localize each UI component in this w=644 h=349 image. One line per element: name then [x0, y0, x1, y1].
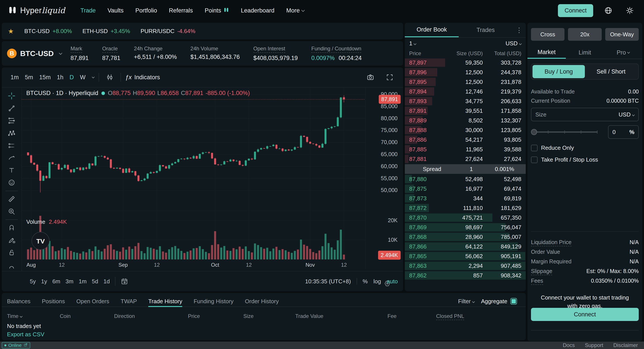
order-tab-pro[interactable]: Pro: [604, 46, 642, 59]
size-input[interactable]: Size USD: [531, 108, 639, 121]
side-sell-short[interactable]: Sell / Short: [585, 65, 637, 78]
fib-retracement-icon[interactable]: [5, 115, 18, 127]
brush-icon[interactable]: [5, 152, 18, 164]
scale-%[interactable]: %: [363, 278, 368, 285]
aggregate-checkbox[interactable]: [510, 298, 517, 305]
price-chart[interactable]: TVAug12Sep12Oct12Nov12: [22, 88, 365, 269]
tab-balances[interactable]: Balances: [7, 296, 30, 307]
mode-button-one-way[interactable]: One-Way: [605, 28, 639, 41]
connect-button[interactable]: Connect: [558, 4, 593, 17]
order-book-row[interactable]: 87,862857908,342: [405, 271, 526, 280]
order-book-row[interactable]: 87,8898,502132,307: [405, 116, 526, 125]
favorites-star-icon[interactable]: ★: [8, 27, 14, 35]
online-status-badge[interactable]: Online: [2, 342, 30, 349]
size-unit-selector[interactable]: USD: [618, 111, 634, 118]
range-1m[interactable]: 1m: [76, 277, 89, 286]
tab-twap[interactable]: TWAP: [121, 296, 137, 307]
order-book-row[interactable]: 87,87516,97769,474: [405, 184, 526, 194]
checkbox-box[interactable]: [531, 157, 538, 163]
xabcd-pattern-icon[interactable]: [5, 127, 18, 139]
order-book-row[interactable]: 87,872111,810181,629: [405, 203, 526, 213]
nav-item-points[interactable]: Points: [205, 7, 229, 14]
mode-button-cross[interactable]: Cross: [531, 28, 564, 41]
tab-funding-history[interactable]: Funding History: [194, 296, 234, 307]
order-book-row[interactable]: 87,86664,122849,129: [405, 242, 526, 251]
order-book-row[interactable]: 87,88511,96539,588: [405, 144, 526, 154]
slider-thumb[interactable]: [531, 129, 537, 135]
size-percent-input[interactable]: 0 %: [608, 125, 639, 139]
order-book-row[interactable]: 87,86828,960785,007: [405, 232, 526, 242]
tab-positions[interactable]: Positions: [42, 296, 65, 307]
brand[interactable]: Hyperliquid: [8, 5, 65, 15]
unlock-icon[interactable]: [5, 247, 18, 259]
crosshair-icon[interactable]: [5, 90, 18, 102]
tab-open-orders[interactable]: Open Orders: [76, 296, 109, 307]
forecast-icon[interactable]: [5, 139, 18, 151]
range-6m[interactable]: 6m: [50, 277, 63, 286]
range-1y[interactable]: 1y: [38, 277, 50, 286]
ticker-item[interactable]: ETH-USD+3.45%: [82, 28, 130, 34]
settings-gear-icon[interactable]: [624, 4, 636, 17]
magnet-icon[interactable]: [5, 222, 18, 234]
size-slider[interactable]: [532, 131, 598, 133]
nav-item-trade[interactable]: Trade: [80, 7, 96, 14]
order-tab-market[interactable]: Market: [528, 46, 566, 59]
trendline-icon[interactable]: [5, 102, 18, 114]
zoom-in-icon[interactable]: [5, 205, 18, 217]
nav-item-more[interactable]: More: [286, 7, 304, 14]
emoji-icon[interactable]: [5, 177, 18, 189]
footer-link-support[interactable]: Support: [585, 342, 603, 348]
order-book-row[interactable]: 87,88052,49852,498: [405, 174, 526, 184]
checkbox-take-profit-stop-loss[interactable]: Take Profit / Stop Loss: [531, 156, 598, 163]
timeframe-d[interactable]: D: [66, 72, 77, 82]
checkbox-reduce-only[interactable]: Reduce Only: [531, 144, 574, 151]
tab-trade-history[interactable]: Trade History: [148, 296, 182, 307]
order-book-row[interactable]: 87,89512,500231,878: [405, 77, 526, 87]
nav-item-referrals[interactable]: Referrals: [169, 7, 193, 14]
mode-button-20x[interactable]: 20x: [568, 28, 602, 41]
timeframe-w[interactable]: W: [77, 72, 88, 82]
checkbox-box[interactable]: [531, 145, 538, 151]
text-icon[interactable]: [5, 164, 18, 176]
tick-size-selector[interactable]: 1: [409, 40, 416, 47]
ruler-icon[interactable]: [5, 193, 18, 205]
order-book-row[interactable]: 87,88654,21793,805: [405, 135, 526, 144]
nav-item-portfolio[interactable]: Portfolio: [135, 7, 157, 14]
timeframe-1m[interactable]: 1m: [8, 72, 22, 82]
order-tab-limit[interactable]: Limit: [566, 46, 604, 59]
column-header-time[interactable]: Time: [7, 313, 22, 319]
order-book-row[interactable]: 87,87334469,819: [405, 194, 526, 203]
tab-trades[interactable]: Trades: [459, 23, 512, 37]
drawing-pencil-icon[interactable]: [5, 234, 18, 246]
range-5d[interactable]: 5d: [89, 277, 101, 286]
unit-selector[interactable]: USD: [506, 40, 521, 47]
order-book-menu-icon[interactable]: ⋮: [512, 26, 526, 34]
nav-item-leaderboard[interactable]: Leaderboard: [241, 7, 274, 14]
order-book-row[interactable]: 87,86556,062905,191: [405, 251, 526, 261]
timeframe-chevron-icon[interactable]: [92, 75, 95, 78]
range-1d[interactable]: 1d: [101, 277, 112, 286]
order-book-row[interactable]: 87,89412,746219,379: [405, 87, 526, 96]
fullscreen-icon[interactable]: [383, 71, 396, 84]
go-to-date-calendar-icon[interactable]: [118, 275, 131, 288]
pair-selector[interactable]: B BTC-USD: [7, 49, 70, 58]
order-book-row[interactable]: 87,86998,697756,047: [405, 222, 526, 232]
scale-auto[interactable]: auto: [386, 278, 398, 285]
order-book-row[interactable]: 87,89759,350303,728: [405, 58, 526, 67]
order-book-row[interactable]: 87,89334,775206,633: [405, 96, 526, 106]
tab-order-history[interactable]: Order History: [245, 296, 279, 307]
scale-log[interactable]: log: [374, 278, 381, 285]
tab-order-book[interactable]: Order Book: [405, 23, 459, 37]
footer-link-disclaimer[interactable]: Disclaimer: [613, 342, 638, 348]
order-book-row[interactable]: 87,88830,000123,805: [405, 125, 526, 135]
price-axis[interactable]: 90,00085,00080,00075,00070,00065,00060,0…: [365, 88, 403, 269]
order-book-row[interactable]: 87,89139,551171,858: [405, 106, 526, 116]
clock[interactable]: 10:35:35 (UTC+8): [305, 278, 351, 285]
order-book-row[interactable]: 87,870475,721657,350: [405, 213, 526, 222]
order-book-row[interactable]: 87,8632,294907,485: [405, 261, 526, 271]
side-buy-long[interactable]: Buy / Long: [532, 65, 585, 78]
snapshot-camera-icon[interactable]: [364, 71, 377, 84]
globe-icon[interactable]: [602, 4, 615, 17]
candlestick-style-icon[interactable]: [104, 71, 116, 84]
order-book-row[interactable]: 87,88127,62427,624: [405, 154, 526, 164]
